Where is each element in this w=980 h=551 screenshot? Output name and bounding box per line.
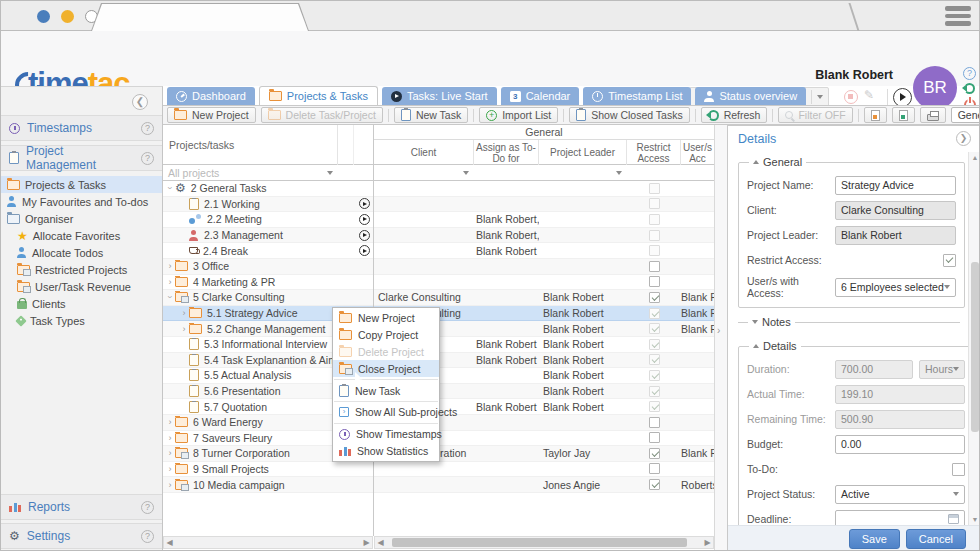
scrollbar-thumb[interactable]: [392, 538, 687, 547]
menu-item-new-project[interactable]: New Project: [333, 310, 439, 327]
reload-icon[interactable]: [964, 83, 975, 94]
duration-unit-dropdown[interactable]: Hours: [919, 360, 965, 379]
restrict-checkbox[interactable]: [649, 339, 660, 350]
start-task-icon[interactable]: [359, 198, 370, 209]
tab-tasks-live-start[interactable]: Tasks: Live Start: [382, 87, 497, 105]
column-header-user-access[interactable]: User/s Acc: [681, 140, 714, 165]
expander-icon[interactable]: ›: [165, 448, 175, 458]
client-filter-dropdown[interactable]: [374, 165, 474, 180]
expander-icon[interactable]: ›: [179, 308, 189, 318]
restrict-checkbox[interactable]: [649, 198, 660, 209]
sidebar-item-favourites-todos[interactable]: My Favourites and To-dos: [1, 193, 162, 210]
start-task-icon[interactable]: [359, 214, 370, 225]
tree-filter-dropdown[interactable]: All projects: [163, 165, 338, 180]
expander-icon[interactable]: ›: [165, 183, 175, 193]
sidebar-item-allocate-favorites[interactable]: ★Allocate Favorites: [1, 227, 162, 244]
table-row[interactable]: ›3 Office: [163, 259, 714, 275]
new-project-button[interactable]: New Project: [167, 107, 256, 123]
table-row[interactable]: ›9 Small Projects: [163, 462, 714, 478]
budget-input[interactable]: 0.00: [835, 435, 965, 454]
tab-dashboard[interactable]: Dashboard: [167, 87, 255, 105]
tab-projects-tasks[interactable]: Projects & Tasks: [259, 86, 378, 105]
leader-filter-dropdown[interactable]: [539, 165, 627, 180]
cancel-button[interactable]: Cancel: [906, 529, 966, 549]
tree-horizontal-scrollbar[interactable]: ◀▶: [163, 536, 373, 549]
calendar-icon[interactable]: [948, 514, 959, 524]
show-closed-tasks-button[interactable]: Show Closed Tasks: [569, 107, 689, 123]
expander-icon[interactable]: ›: [165, 480, 175, 490]
sidebar-section-reports[interactable]: Reports ?: [1, 494, 162, 520]
help-icon[interactable]: ?: [141, 501, 154, 514]
table-row[interactable]: ›5 Clarke ConsultingClarke ConsultingBla…: [163, 290, 714, 306]
menu-item-show-all-subprojects[interactable]: ›Show All Sub-projects: [333, 404, 439, 421]
tab-calendar[interactable]: 3Calendar: [501, 87, 580, 105]
column-header-restrict-access[interactable]: Restrict Access: [627, 140, 681, 165]
expander-icon[interactable]: ›: [165, 433, 175, 443]
sidebar-item-clients[interactable]: Clients: [1, 295, 162, 312]
deadline-input[interactable]: [835, 510, 965, 526]
details-scrollbar[interactable]: ▲ ▼: [968, 152, 980, 525]
column-header-project-leader[interactable]: Project Leader: [539, 140, 627, 165]
help-icon[interactable]: ?: [141, 530, 154, 543]
table-row[interactable]: 2.3 ManagementBlank Robert, Jo...: [163, 228, 714, 244]
restrict-checkbox[interactable]: [649, 308, 660, 319]
restrict-checkbox[interactable]: [649, 370, 660, 381]
export-button-1[interactable]: [864, 107, 887, 123]
help-icon[interactable]: ?: [141, 152, 154, 165]
start-task-icon[interactable]: [359, 245, 370, 256]
sidebar-section-timestamps[interactable]: Timestamps ?: [1, 115, 162, 141]
expander-icon[interactable]: ›: [165, 277, 175, 287]
window-dot-yellow-icon[interactable]: [61, 10, 74, 23]
chevron-down-icon[interactable]: [817, 95, 823, 99]
restrict-checkbox[interactable]: [649, 323, 660, 334]
table-row[interactable]: 2.4 BreakBlank Robert: [163, 243, 714, 259]
column-header-assign-todo[interactable]: Assign as To-Do for: [474, 140, 539, 165]
sidebar-item-restricted-projects[interactable]: Restricted Projects: [1, 261, 162, 278]
menu-item-close-project[interactable]: Close Project: [333, 360, 439, 377]
restrict-checkbox[interactable]: [649, 432, 660, 443]
restrict-checkbox[interactable]: [649, 448, 660, 459]
start-task-icon[interactable]: [359, 230, 370, 241]
browser-tab[interactable]: [91, 3, 309, 31]
refresh-button[interactable]: Refresh: [701, 107, 768, 123]
panel-collapse-icon[interactable]: ❯: [956, 131, 971, 146]
window-dot-blue-icon[interactable]: [37, 10, 50, 23]
menu-item-show-timestamps[interactable]: Show Timestamps: [333, 426, 439, 443]
import-list-button[interactable]: +Import List: [479, 107, 558, 123]
duration-input[interactable]: 700.00: [835, 360, 913, 379]
restrict-checkbox[interactable]: [649, 386, 660, 397]
sidebar-item-task-types[interactable]: Task Types: [1, 312, 162, 329]
column-header-client[interactable]: Client: [374, 140, 474, 165]
filter-off-button[interactable]: Filter OFF: [778, 107, 852, 123]
todo-checkbox[interactable]: [952, 463, 965, 476]
restrict-checkbox[interactable]: [649, 463, 660, 474]
splitter-handle-icon[interactable]: ›: [717, 325, 720, 336]
avatar[interactable]: BR: [913, 66, 957, 110]
expander-icon[interactable]: ›: [179, 324, 189, 334]
actual-time-input[interactable]: 199.10: [835, 385, 965, 404]
sidebar-item-projects-tasks[interactable]: Projects & Tasks: [1, 176, 162, 193]
sidebar-item-organiser[interactable]: Organiser: [1, 210, 162, 227]
table-row[interactable]: 2.1 Working: [163, 197, 714, 213]
save-button[interactable]: Save: [849, 529, 900, 549]
project-leader-input[interactable]: Blank Robert: [835, 226, 956, 245]
sidebar-section-settings[interactable]: ⚙ Settings ?: [1, 523, 162, 549]
restrict-checkbox[interactable]: [649, 479, 660, 490]
menu-item-new-task[interactable]: New Task: [333, 382, 439, 399]
sidebar-section-project-management[interactable]: Project Management ?: [1, 145, 162, 171]
menu-item-show-statistics[interactable]: Show Statistics: [333, 443, 439, 460]
sidebar-collapse-icon[interactable]: ❮: [132, 94, 148, 110]
table-row[interactable]: ›⚙2 General Tasks: [163, 181, 714, 197]
table-row[interactable]: 2.2 MeetingBlank Robert, Jo...: [163, 212, 714, 228]
menu-item-delete-project[interactable]: Delete Project: [333, 344, 439, 361]
restrict-checkbox[interactable]: [649, 354, 660, 365]
grid-horizontal-scrollbar[interactable]: ◀▶: [374, 536, 714, 549]
menu-item-copy-project[interactable]: Copy Project: [333, 327, 439, 344]
panel-splitter[interactable]: ›: [714, 125, 728, 551]
collapse-icon[interactable]: [753, 160, 759, 164]
tab-timestamp-list[interactable]: Timestamp List: [583, 87, 691, 105]
sidebar-item-user-task-revenue[interactable]: User/Task Revenue: [1, 278, 162, 295]
restrict-checkbox[interactable]: [649, 261, 660, 272]
restrict-checkbox[interactable]: [649, 230, 660, 241]
remaining-time-input[interactable]: 500.90: [835, 410, 965, 429]
